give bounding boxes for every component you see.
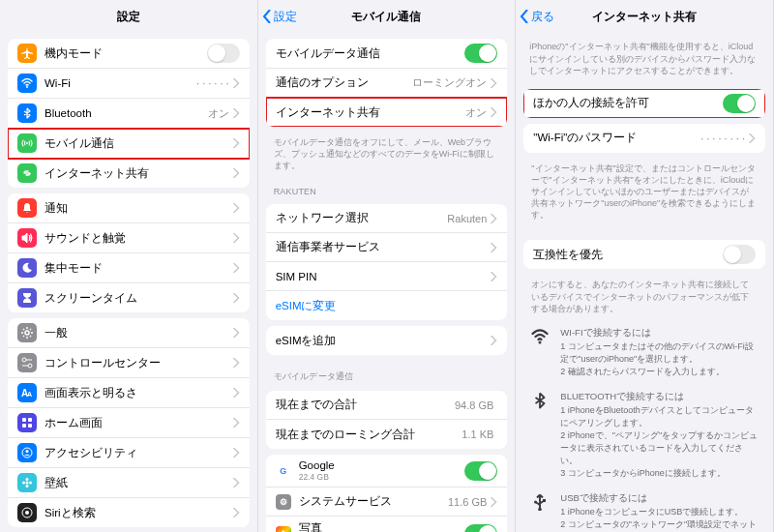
row-control-center[interactable]: コントロールセンター xyxy=(8,348,250,378)
row-label: Wi-Fi xyxy=(45,77,196,89)
row-label: 機内モード xyxy=(45,46,207,61)
row-screentime[interactable]: スクリーンタイム xyxy=(8,283,250,312)
row-detail: · · · · · · · · xyxy=(700,133,745,144)
nav-title: モバイル通信 xyxy=(351,9,421,25)
chevron-right-icon xyxy=(491,336,497,345)
row-label: ホーム画面 xyxy=(45,416,233,430)
row-siri[interactable]: Siriと検索 xyxy=(8,498,250,527)
row-label: インターネット共有 xyxy=(45,166,233,181)
row-esim-convert[interactable]: eSIMに変更 xyxy=(266,291,508,320)
row-label: モバイル通信 xyxy=(45,136,233,151)
bluetooth-icon xyxy=(17,103,37,123)
moon-icon xyxy=(17,258,37,278)
row-label: ネットワーク選択 xyxy=(276,211,448,225)
row-detail: オン xyxy=(208,106,229,121)
chevron-right-icon xyxy=(491,78,497,88)
row-label: 写真 xyxy=(299,521,465,532)
compat-toggle[interactable] xyxy=(723,245,756,264)
cellular-data-toggle[interactable] xyxy=(464,44,497,63)
google-toggle[interactable] xyxy=(464,461,497,481)
hourglass-icon xyxy=(17,288,37,308)
back-button[interactable]: 戻る xyxy=(520,9,554,25)
row-total[interactable]: 現在までの合計94.8 GB xyxy=(266,391,508,420)
row-label: Siriと検索 xyxy=(45,506,233,520)
row-general[interactable]: 一般 xyxy=(8,318,250,348)
row-label: 一般 xyxy=(45,326,233,340)
row-cellular-data[interactable]: モバイルデータ通信 xyxy=(266,39,508,69)
chevron-right-icon xyxy=(749,133,756,143)
app-icon: ⚙ xyxy=(276,494,291,510)
chevron-right-icon xyxy=(233,448,240,458)
airplane-toggle[interactable] xyxy=(207,44,240,63)
allow-others-toggle[interactable] xyxy=(723,94,756,113)
chevron-right-icon xyxy=(233,358,240,368)
back-button[interactable]: 設定 xyxy=(262,9,297,25)
row-hotspot[interactable]: インターネット共有オン xyxy=(266,98,508,127)
row-photos[interactable]: ✿写真11 GB xyxy=(266,517,508,532)
row-cellular[interactable]: モバイル通信 xyxy=(8,129,250,159)
instr-line: 2 コンピュータの"ネットワーク"環境設定でネットワークサービス一覧から"iPh… xyxy=(560,518,759,532)
instr-heading: BLUETOOTHで接続するには xyxy=(560,390,759,403)
row-wifi[interactable]: Wi-Fi· · · · · · xyxy=(8,69,250,99)
pane-hotspot: 戻る インターネット共有 iPhoneの"インターネット共有"機能を使用すると、… xyxy=(516,0,774,532)
row-carrier-services[interactable]: 通信事業者サービス xyxy=(266,233,508,262)
chevron-right-icon xyxy=(233,293,240,303)
row-bluetooth[interactable]: Bluetoothオン xyxy=(8,99,250,129)
app-icon: G xyxy=(276,463,291,479)
row-sounds[interactable]: サウンドと触覚 xyxy=(8,223,250,253)
photos-toggle[interactable] xyxy=(464,524,497,532)
instr-line: 3 コンピュータからiPhoneに接続します。 xyxy=(560,467,759,480)
row-sim-pin[interactable]: SIM PIN xyxy=(266,262,508,291)
nav-title: インターネット共有 xyxy=(592,9,697,25)
row-system[interactable]: ⚙システムサービス11.6 GB xyxy=(266,488,508,517)
instr-heading: USBで接続するには xyxy=(560,491,759,505)
chevron-right-icon xyxy=(233,508,240,517)
row-label: コントロールセンター xyxy=(45,356,233,370)
wifi-icon xyxy=(17,74,37,93)
row-wallpaper[interactable]: 壁紙 xyxy=(8,468,250,498)
row-focus[interactable]: 集中モード xyxy=(8,253,250,283)
chevron-right-icon xyxy=(233,328,240,338)
antenna-icon xyxy=(17,133,37,153)
instruction-wifi: WI-FIで接続するには1 コンピュータまたはその他のデバイスのWi-Fi設定で… xyxy=(516,320,773,384)
row-add-esim[interactable]: eSIMを追加 xyxy=(266,326,508,355)
row-label: インターネット共有 xyxy=(276,105,466,120)
gear-icon xyxy=(17,323,37,342)
instr-line: 1 コンピュータまたはその他のデバイスのWi-Fi設定で"userのiPhone… xyxy=(560,340,759,366)
row-label: SIM PIN xyxy=(276,271,491,282)
row-wifi-password[interactable]: "Wi-Fi"のパスワード· · · · · · · · xyxy=(523,124,765,153)
speaker-icon xyxy=(17,228,37,248)
row-label: 集中モード xyxy=(45,261,233,276)
row-google[interactable]: GGoogle22.4 GB xyxy=(266,455,508,488)
intro-text: iPhoneの"インターネット共有"機能を使用すると、iCloudにサインインし… xyxy=(516,33,773,83)
row-label: システムサービス xyxy=(299,494,448,509)
row-options[interactable]: 通信のオプションローミングオン xyxy=(266,69,508,98)
row-detail: Rakuten xyxy=(447,213,487,224)
chevron-right-icon xyxy=(233,168,240,178)
row-display[interactable]: 画面表示と明るさ xyxy=(8,378,250,408)
row-hotspot[interactable]: インターネット共有 xyxy=(8,159,250,188)
row-label: 壁紙 xyxy=(45,476,233,490)
row-notifications[interactable]: 通知 xyxy=(8,193,250,223)
chevron-right-icon xyxy=(491,243,497,252)
row-label: 現在までの合計 xyxy=(276,398,455,412)
text-icon xyxy=(17,383,37,402)
row-label: ほかの人の接続を許可 xyxy=(533,96,723,110)
instruction-usb: USBで接続するには1 iPhoneをコンピュータにUSBで接続します。2 コン… xyxy=(516,486,773,532)
bluetooth-icon xyxy=(529,390,551,480)
row-label: モバイルデータ通信 xyxy=(276,46,465,61)
row-detail: ローミングオン xyxy=(412,75,487,90)
row-sub: 22.4 GB xyxy=(299,472,465,482)
chevron-right-icon xyxy=(491,214,497,223)
row-airplane[interactable]: 機内モード xyxy=(8,39,250,69)
row-label: 互換性を優先 xyxy=(533,248,723,262)
row-label: スクリーンタイム xyxy=(45,291,233,306)
row-accessibility[interactable]: アクセシビリティ xyxy=(8,438,250,468)
chevron-right-icon xyxy=(233,233,240,243)
row-roaming-total[interactable]: 現在までのローミング合計1.1 KB xyxy=(266,420,508,449)
wifi-icon xyxy=(529,326,551,378)
row-allow-others[interactable]: ほかの人の接続を許可 xyxy=(523,89,765,118)
row-network-select[interactable]: ネットワーク選択Rakuten xyxy=(266,204,508,233)
row-home[interactable]: ホーム画面 xyxy=(8,408,250,438)
row-compat[interactable]: 互換性を優先 xyxy=(523,240,765,269)
